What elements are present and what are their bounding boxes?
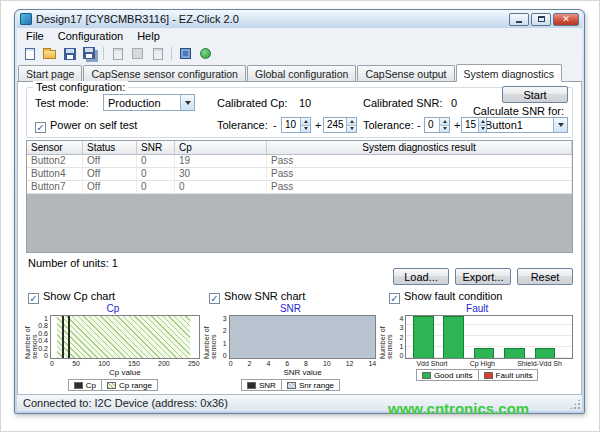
- maximize-button[interactable]: [531, 13, 551, 26]
- legend-label: Cp range: [119, 381, 152, 390]
- toolbar-separator: [103, 47, 104, 60]
- show-cp-chart-toggle[interactable]: ✓Show Cp chart: [28, 290, 115, 304]
- tick-label: 1: [223, 340, 227, 347]
- reset-button[interactable]: Reset: [517, 268, 573, 285]
- cp-tolerance-low-spinner[interactable]: 10: [281, 117, 311, 133]
- legend-label: Fault units: [496, 371, 533, 380]
- resize-grip-icon[interactable]: [569, 398, 581, 410]
- tab-global-configuration[interactable]: Global configuration: [247, 65, 356, 81]
- app-icon: [20, 13, 32, 25]
- spin-down-icon[interactable]: [347, 126, 356, 133]
- cell-cp: 30: [175, 168, 267, 180]
- tick-label: 0: [229, 359, 233, 368]
- snr-tolerance-high-spinner[interactable]: 15: [461, 117, 487, 133]
- load-button[interactable]: Load...: [393, 268, 449, 285]
- save-design-icon[interactable]: [61, 45, 78, 62]
- legend-swatch: [287, 382, 296, 389]
- minimize-button[interactable]: [509, 13, 529, 26]
- start-button[interactable]: Start: [502, 86, 568, 103]
- tick-label: Cp High: [470, 359, 495, 368]
- tab-system-diagnostics[interactable]: System diagnostics: [456, 64, 562, 82]
- cell-sensor: Button7: [27, 181, 83, 193]
- title-bar[interactable]: Design17 [CY8CMBR3116] - EZ-Click 2.0 ✕: [17, 10, 582, 28]
- chevron-down-icon[interactable]: [553, 118, 567, 132]
- cp-chart: Cp Number of sensors 10.80.60.40.20 0501…: [26, 303, 200, 391]
- legend-item: Fault units: [478, 369, 539, 381]
- show-fault-condition-toggle[interactable]: ✓Show fault condition: [389, 290, 502, 304]
- header-status: Status: [83, 141, 137, 154]
- export-button[interactable]: Export...: [455, 268, 511, 285]
- menu-configuration[interactable]: Configuration: [51, 29, 130, 43]
- apply-to-device-icon[interactable]: [177, 45, 194, 62]
- tick-label: 200: [158, 359, 170, 368]
- cell-status: Off: [83, 181, 137, 193]
- tick-label: 1: [399, 343, 403, 350]
- diagnostics-table: Sensor Status SNR Cp System diagnostics …: [26, 140, 573, 253]
- tick-label: 12: [346, 359, 354, 368]
- tab-capsense-output[interactable]: CapSense output: [357, 65, 454, 81]
- cp-tolerance-high-spinner[interactable]: 245: [323, 117, 357, 133]
- cell-result: Pass: [267, 155, 572, 167]
- legend-swatch: [422, 372, 431, 379]
- power-self-test-toggle[interactable]: ✓Power on self test: [35, 119, 137, 133]
- chevron-down-icon[interactable]: [180, 95, 194, 110]
- test-mode-select[interactable]: Production: [103, 94, 195, 111]
- calculate-snr-select[interactable]: Button1: [480, 117, 568, 133]
- bar: [504, 348, 525, 359]
- tab-start-page[interactable]: Start page: [18, 65, 82, 81]
- legend-swatch: [74, 382, 83, 389]
- snr-tolerance-low-spinner[interactable]: 0: [424, 117, 450, 133]
- header-cp: Cp: [175, 141, 267, 154]
- screenshot-root: { "window": { "title": "Design17 [CY8CMB…: [0, 0, 600, 432]
- chart-toggles: ✓Show Cp chart ✓Show SNR chart ✓Show fau…: [28, 290, 573, 303]
- table-row[interactable]: Button4 Off 0 30 Pass: [27, 168, 572, 181]
- legend-item: SNR: [241, 379, 282, 391]
- power-self-test-checkbox[interactable]: ✓: [35, 122, 46, 133]
- open-design-icon[interactable]: [41, 45, 58, 62]
- y-axis-label: Number of sensors: [381, 315, 390, 359]
- bar: [62, 316, 64, 358]
- spin-up-icon[interactable]: [479, 118, 486, 126]
- new-design-icon[interactable]: [21, 45, 38, 62]
- range-band: [230, 316, 376, 358]
- legend-label: SNR: [259, 381, 276, 390]
- table-row[interactable]: Button2 Off 0 19 Pass: [27, 155, 572, 168]
- tick-label: 2: [248, 359, 252, 368]
- test-mode-label: Test mode:: [35, 97, 89, 109]
- spin-down-icon[interactable]: [479, 126, 486, 133]
- save-all-icon[interactable]: [81, 45, 98, 62]
- legend-item: Good units: [416, 369, 479, 381]
- legend-swatch: [484, 372, 493, 379]
- import-file-icon[interactable]: [129, 45, 146, 62]
- snr-tolerance-low-value: 0: [425, 118, 439, 132]
- connect-device-icon[interactable]: [197, 45, 214, 62]
- spin-up-icon[interactable]: [440, 118, 449, 126]
- cell-status: Off: [83, 168, 137, 180]
- spin-up-icon[interactable]: [301, 118, 310, 126]
- legend-item: Cp range: [101, 379, 158, 391]
- header-result: System diagnostics result: [267, 141, 572, 154]
- spin-down-icon[interactable]: [440, 126, 449, 133]
- chart-title: SNR: [205, 303, 377, 315]
- fault-chart: Fault Number of sensors 43210 Vdd ShortC…: [381, 303, 573, 391]
- tick-label: 10: [323, 359, 331, 368]
- cell-status: Off: [83, 155, 137, 167]
- show-snr-chart-toggle[interactable]: ✓Show SNR chart: [209, 290, 305, 304]
- menu-help[interactable]: Help: [130, 29, 167, 43]
- tab-capsense-sensor-configuration[interactable]: CapSense sensor configuration: [83, 65, 246, 81]
- tick-label: 4: [399, 315, 403, 322]
- tick-label: 3: [223, 315, 227, 322]
- close-button[interactable]: ✕: [553, 13, 579, 26]
- tick-label: 0.6: [38, 330, 48, 337]
- spin-down-icon[interactable]: [301, 126, 310, 133]
- table-row[interactable]: Button7 Off 0 0 Pass: [27, 181, 572, 194]
- number-of-units-label: Number of units: 1: [28, 257, 118, 269]
- x-axis-ticks: Vdd ShortCp HighShield-Vdd Sh: [405, 359, 573, 368]
- spin-up-icon[interactable]: [347, 118, 356, 126]
- menu-file[interactable]: File: [19, 29, 51, 43]
- snr-tolerance-label: Tolerance:: [363, 119, 414, 131]
- chart-title: Fault: [381, 303, 573, 315]
- export-file-icon[interactable]: [109, 45, 126, 62]
- print-icon[interactable]: [149, 45, 166, 62]
- table-header: Sensor Status SNR Cp System diagnostics …: [27, 141, 572, 155]
